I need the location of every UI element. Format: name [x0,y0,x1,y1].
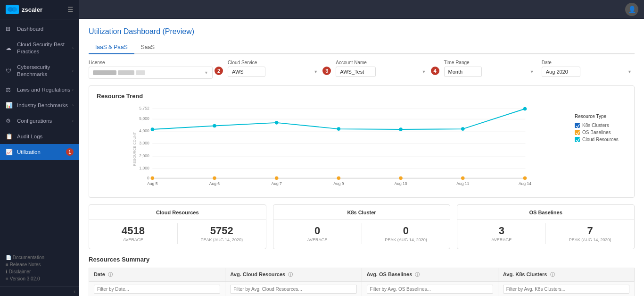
license-select[interactable]: ▼ [89,67,213,79]
cybersecurity-icon: 🛡 [6,68,13,74]
cloud-service-select[interactable]: AWS Azure GCP [228,67,265,77]
tab-iaas-paas[interactable]: IaaS & PaaS [89,41,134,54]
svg-text:Aug 9: Aug 9 [333,181,344,186]
tab-saas[interactable]: SaaS [134,41,161,54]
k8s-peak-label: PEAK (Aug 14, 2020) [366,237,446,242]
time-range-label: Time Range [444,60,537,65]
sidebar-item-cloud-security[interactable]: ☁ Cloud Security Best Practices › [0,37,79,59]
svg-text:Aug 14: Aug 14 [519,181,531,186]
avg-k8s-info-icon[interactable]: ⓘ [550,272,555,277]
chart-section: Resource Trend 5,752 5,000 4,000 3,000 2… [89,85,635,198]
svg-point-22 [399,127,403,131]
date-filter-input[interactable] [94,285,220,294]
svg-point-30 [461,177,465,180]
date-info-icon[interactable]: ⓘ [108,272,113,277]
table-title: Resources Summary [89,256,635,263]
cloud-resources-peak-value: 5752 [182,225,262,237]
configurations-icon: ⚙ [6,118,13,124]
chevron-right-icon: › [72,118,74,123]
hamburger-icon[interactable]: ☰ [67,6,74,13]
sidebar-item-cybersecurity[interactable]: 🛡 Cybersecurity Benchmarks › [0,59,79,82]
sidebar-nav: ⊞ Dashboard ☁ Cloud Security Best Practi… [0,19,79,250]
date-select[interactable]: Aug 2020 Jul 2020 [542,67,580,77]
license-dropdown-arrow: ▼ [204,70,208,75]
cloud-service-filter-group: Cloud Service AWS Azure GCP ▼ [228,60,321,77]
svg-point-24 [523,107,527,111]
sidebar-item-audit-logs[interactable]: 📋 Audit Logs [0,129,79,144]
sidebar-item-utilization[interactable]: 📈 Utilization 1 [0,144,79,160]
release-notes-label: Release Notes [10,262,41,267]
stats-card-k8s: K8s Cluster 0 AVERAGE 0 PEAK (Aug 14, 20… [273,204,451,249]
avg-os-filter-input[interactable] [367,285,493,294]
svg-text:RESOURCE COUNT: RESOURCE COUNT [132,132,137,166]
svg-text:Aug 10: Aug 10 [395,181,407,186]
svg-text:0: 0 [147,176,149,180]
resource-trend-chart: 5,752 5,000 4,000 3,000 2,000 1,000 0 RE… [97,104,570,189]
svg-text:Aug 5: Aug 5 [147,181,158,186]
date-select-wrapper: Aug 2020 Jul 2020 ▼ [542,67,635,77]
release-notes-link[interactable]: ≡ Release Notes [6,261,74,268]
logo-text: zscaler [22,6,42,13]
user-avatar[interactable]: 👤 [625,3,638,16]
date-filter-group: Date Aug 2020 Jul 2020 ▼ [542,60,635,77]
svg-text:1,000: 1,000 [139,166,149,170]
avg-cloud-info-icon[interactable]: ⓘ [288,272,293,277]
version-icon: ≡ [6,276,10,281]
dashboard-body: Utilization Dashboard (Preview) IaaS & P… [79,19,644,296]
k8s-avg-label: AVERAGE [277,237,358,242]
stats-card-cloud-resources: Cloud Resources 4518 AVERAGE 5752 PEAK (… [89,204,266,249]
documentation-label: Documentation [13,255,44,260]
sidebar-item-industry[interactable]: 📊 Industry Benchmarks › [0,98,79,113]
os-avg-label: AVERAGE [461,237,542,242]
legend-item-os: OS Baselines [575,130,627,135]
svg-text:5,000: 5,000 [139,116,149,121]
avg-cloud-filter-cell [225,282,362,296]
os-peak-value: 7 [550,225,630,237]
avg-cloud-filter-input[interactable] [230,285,356,294]
cloud-service-dropdown-icon: ▼ [314,69,318,74]
cloud-resources-body: 4518 AVERAGE 5752 PEAK (Aug 14, 2020) [89,223,266,244]
page-title-suffix: (Preview) [160,27,194,35]
license-label: License [89,60,213,65]
sidebar-item-dashboard[interactable]: ⊞ Dashboard [0,21,79,37]
filters-row: License ▼ 2 Cloud Service AWS Azure GCP [89,60,635,79]
sidebar-item-label: Industry Benchmarks [17,102,72,109]
legend-cloud-checkbox[interactable] [575,137,580,142]
k8s-peak: 0 PEAK (Aug 14, 2020) [362,223,450,244]
legend-k8s-checkbox[interactable] [575,123,580,128]
cloud-service-select-wrapper: AWS Azure GCP ▼ [228,67,321,77]
svg-text:2,000: 2,000 [139,153,149,158]
cloud-resources-peak: 5752 PEAK (Aug 14, 2020) [178,223,266,244]
documentation-icon: 📄 [6,255,13,260]
stats-row: Cloud Resources 4518 AVERAGE 5752 PEAK (… [89,204,635,249]
sidebar-item-label: Cybersecurity Benchmarks [17,64,72,78]
sidebar-item-label: Cloud Security Best Practices [17,41,72,55]
sidebar-item-configurations[interactable]: ⚙ Configurations › [0,113,79,129]
legend-os-checkbox[interactable] [575,130,580,135]
documentation-link[interactable]: 📄 Documentation [6,254,74,261]
sidebar-collapse-button[interactable]: ‹ [0,286,79,296]
dashboard-icon: ⊞ [6,25,13,32]
step-badge-2: 2 [215,67,223,75]
legend-cloud-label: Cloud Resources [582,137,619,142]
svg-point-19 [213,124,216,128]
os-title: OS Baselines [457,210,634,220]
k8s-avg-value: 0 [277,225,358,237]
legend-item-k8s: K8s Clusters [575,123,627,128]
account-name-select[interactable]: AWS_Test [336,67,376,77]
time-range-filter-group: Time Range Month Week Day ▼ [444,60,537,77]
disclaimer-label: Disclaimer [9,269,31,274]
audit-logs-icon: 📋 [6,133,13,140]
cloud-resources-avg-value: 4518 [93,225,173,237]
sidebar-item-label: Laws and Regulations [17,86,72,93]
k8s-average: 0 AVERAGE [273,223,362,244]
release-notes-icon: ≡ [6,262,10,267]
time-range-select[interactable]: Month Week Day [444,67,482,77]
avg-os-info-icon[interactable]: ⓘ [415,272,420,277]
sidebar-item-laws[interactable]: ⚖ Laws and Regulations › [0,82,79,98]
chart-container: 5,752 5,000 4,000 3,000 2,000 1,000 0 RE… [97,104,627,191]
laws-icon: ⚖ [6,86,13,93]
disclaimer-link[interactable]: ℹ Disclaimer [6,268,74,275]
avg-k8s-filter-input[interactable] [503,285,629,294]
date-dropdown-icon: ▼ [627,69,632,74]
